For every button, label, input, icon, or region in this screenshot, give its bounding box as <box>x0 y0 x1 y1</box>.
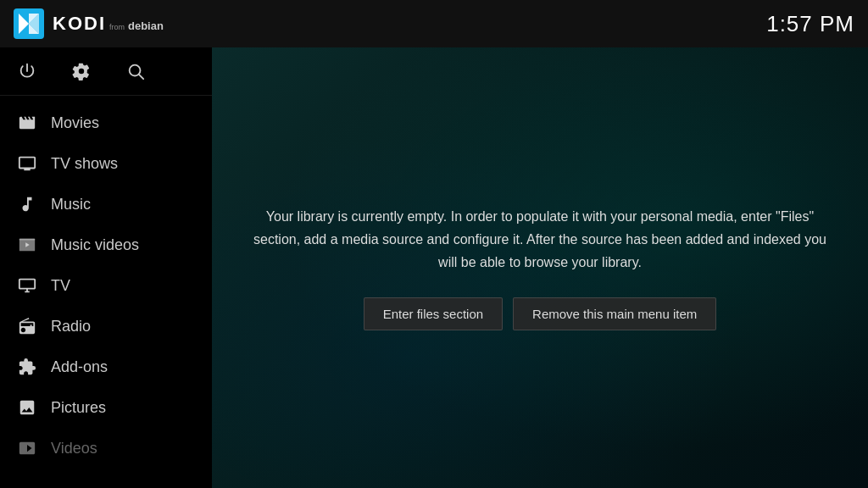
tvshows-label: TV shows <box>51 155 118 173</box>
music-icon <box>17 194 37 214</box>
tv-icon <box>17 275 37 296</box>
sidebar-item-tv[interactable]: TV <box>0 265 212 306</box>
addons-label: Add-ons <box>51 358 108 376</box>
radio-label: Radio <box>51 318 91 336</box>
from-label: from <box>109 23 125 31</box>
logo-area: KODI from debian <box>14 8 164 39</box>
top-bar: KODI from debian 1:57 PM <box>0 0 868 47</box>
movies-label: Movies <box>51 114 99 132</box>
clock: 1:57 PM <box>766 11 854 37</box>
sidebar-item-videos[interactable]: Videos <box>0 428 212 469</box>
enter-files-button[interactable]: Enter files section <box>364 297 503 330</box>
sidebar-item-music[interactable]: Music <box>0 184 212 225</box>
sidebar-controls <box>0 47 212 96</box>
musicvideos-icon <box>17 235 37 255</box>
empty-library-card: Your library is currently empty. In orde… <box>246 205 834 331</box>
remove-menu-item-button[interactable]: Remove this main menu item <box>513 297 716 330</box>
kodi-logo-icon <box>14 8 44 39</box>
sidebar-item-addons[interactable]: Add-ons <box>0 347 212 387</box>
power-button[interactable] <box>14 58 41 85</box>
app-title: KODI <box>53 13 106 35</box>
musicvideos-label: Music videos <box>51 236 139 254</box>
settings-button[interactable] <box>68 58 95 85</box>
radio-icon <box>17 316 37 336</box>
action-buttons: Enter files section Remove this main men… <box>246 297 834 330</box>
tv-label: TV <box>51 277 70 295</box>
addons-icon <box>17 357 37 377</box>
music-label: Music <box>51 196 91 214</box>
search-button[interactable] <box>122 58 149 85</box>
sidebar-item-movies[interactable]: Movies <box>0 103 212 143</box>
main-content: Movies TV shows Music <box>0 47 868 488</box>
content-area: Your library is currently empty. In orde… <box>212 47 868 488</box>
kodi-logo <box>14 8 44 39</box>
sidebar-item-musicvideos[interactable]: Music videos <box>0 225 212 265</box>
empty-library-message: Your library is currently empty. In orde… <box>246 205 834 274</box>
sidebar-menu: Movies TV shows Music <box>0 96 212 488</box>
svg-rect-8 <box>19 239 35 241</box>
tvshows-icon <box>17 153 37 174</box>
movies-icon <box>17 113 37 133</box>
sidebar-item-pictures[interactable]: Pictures <box>0 387 212 428</box>
videos-icon <box>17 438 37 458</box>
videos-label: Videos <box>51 440 97 458</box>
pictures-icon <box>17 397 37 418</box>
sidebar: Movies TV shows Music <box>0 47 212 488</box>
svg-line-6 <box>139 75 143 79</box>
app-title-area: KODI from debian <box>53 13 164 35</box>
sidebar-item-radio[interactable]: Radio <box>0 306 212 347</box>
debian-label: debian <box>128 19 164 32</box>
sidebar-item-tvshows[interactable]: TV shows <box>0 143 212 184</box>
pictures-label: Pictures <box>51 399 106 417</box>
